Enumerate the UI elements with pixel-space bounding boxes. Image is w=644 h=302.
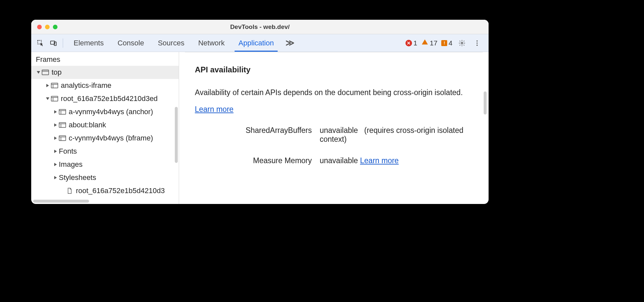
desc-text: Availability of certain APIs depends on … <box>195 88 463 97</box>
tree-row[interactable]: a-vynmy4vb4wys (anchor) <box>31 105 179 118</box>
api-availability-table: SharedArrayBuffersunavailable (requires … <box>195 126 473 165</box>
tab-sources[interactable]: Sources <box>152 34 190 52</box>
error-icon: ✕ <box>405 40 412 46</box>
devtools-window: DevTools - web.dev/ Elements Console Sou… <box>31 20 489 204</box>
window-title: DevTools - web.dev/ <box>31 23 489 31</box>
tree-label: analytics-iframe <box>61 81 111 90</box>
tree-row[interactable]: c-vynmy4vb4wys (bframe) <box>31 132 179 145</box>
zoom-window-button[interactable] <box>53 25 58 29</box>
frame-icon <box>59 109 66 115</box>
tree-row[interactable]: about:blank <box>31 118 179 132</box>
frames-tree[interactable]: topanalytics-iframeroot_616a752e1b5d4210… <box>31 66 179 204</box>
disclosure-triangle-icon[interactable] <box>54 137 57 140</box>
errors-count: 1 <box>413 39 417 47</box>
warnings-count: 17 <box>430 39 437 47</box>
disclosure-triangle-icon[interactable] <box>54 176 57 179</box>
sidebar-heading: Frames <box>31 52 179 66</box>
tree-row[interactable]: Fonts <box>31 145 179 158</box>
issue-icon: ! <box>441 40 447 46</box>
learn-more-link[interactable]: Learn more <box>360 156 399 165</box>
disclosure-triangle-icon[interactable] <box>54 123 57 127</box>
frame-icon <box>59 135 66 141</box>
svg-rect-7 <box>42 70 49 75</box>
inspect-element-icon[interactable] <box>34 37 46 49</box>
tree-label: root_616a752e1b5d4210d3 <box>76 187 165 195</box>
warning-icon <box>421 38 428 47</box>
api-name: Measure Memory <box>195 156 320 165</box>
frame-icon <box>51 83 58 88</box>
tree-row[interactable]: root_616a752e1b5d4210d3ed <box>31 92 179 105</box>
tab-application[interactable]: Application <box>233 34 280 52</box>
main-pane: API availability Availability of certain… <box>179 52 489 204</box>
issues-counter[interactable]: ! 4 <box>441 39 452 47</box>
more-tabs-button[interactable]: ≫ <box>281 38 299 48</box>
tree-label: Images <box>59 160 82 169</box>
tree-row[interactable]: analytics-iframe <box>31 79 179 92</box>
sidebar-vertical-scrollbar[interactable] <box>175 107 178 163</box>
disclosure-triangle-icon[interactable] <box>54 163 57 166</box>
sidebar-horizontal-scrollbar[interactable] <box>33 200 89 203</box>
tree-label: Fonts <box>59 147 77 156</box>
panel-tabs: Elements Console Sources Network Applica… <box>68 34 280 52</box>
svg-rect-12 <box>51 96 58 101</box>
settings-button[interactable] <box>456 38 468 49</box>
api-status: unavailable <box>320 126 358 135</box>
svg-point-6 <box>476 44 478 46</box>
disclosure-triangle-icon[interactable] <box>54 110 57 113</box>
disclosure-triangle-icon[interactable] <box>54 150 57 153</box>
disclosure-triangle-icon[interactable] <box>46 84 49 87</box>
issues-count: 4 <box>448 39 452 47</box>
svg-rect-18 <box>59 123 66 128</box>
svg-rect-21 <box>59 136 66 141</box>
frame-icon <box>51 96 58 102</box>
svg-point-5 <box>476 42 478 44</box>
errors-counter[interactable]: ✕ 1 <box>405 39 417 47</box>
tree-row[interactable]: Images <box>31 158 179 171</box>
sidebar: Frames topanalytics-iframeroot_616a752e1… <box>31 52 179 204</box>
svg-point-4 <box>476 40 478 41</box>
section-description: Availability of certain APIs depends on … <box>195 84 473 117</box>
separator <box>63 38 63 48</box>
devtools-tabbar: Elements Console Sources Network Applica… <box>31 34 489 52</box>
kebab-menu-button[interactable] <box>472 38 483 49</box>
tab-elements[interactable]: Elements <box>68 34 110 52</box>
svg-rect-15 <box>59 110 66 114</box>
window-controls <box>37 25 58 29</box>
tree-row[interactable]: Stylesheets <box>31 171 179 184</box>
learn-more-link[interactable]: Learn more <box>195 105 234 113</box>
tree-row[interactable]: root_616a752e1b5d4210d3 <box>31 184 179 197</box>
tree-label: Stylesheets <box>59 173 96 182</box>
tree-label: root_616a752e1b5d4210d3ed <box>61 94 158 103</box>
api-name: SharedArrayBuffers <box>195 126 320 144</box>
toolbar-right: ✕ 1 17 ! 4 <box>405 38 485 49</box>
tree-label: c-vynmy4vb4wys (bframe) <box>69 134 153 142</box>
disclosure-triangle-icon[interactable] <box>46 97 49 100</box>
divider <box>185 52 483 52</box>
minimize-window-button[interactable] <box>45 25 50 29</box>
frame-icon <box>59 122 66 128</box>
doc-icon <box>66 188 73 194</box>
api-value-cell: unavailable Learn more <box>320 156 473 165</box>
tree-label: top <box>52 68 62 77</box>
section-heading: API availability <box>195 65 473 74</box>
panel-body: Frames topanalytics-iframeroot_616a752e1… <box>31 52 489 204</box>
tree-row[interactable]: top <box>31 66 179 79</box>
close-window-button[interactable] <box>37 25 42 29</box>
device-toolbar-icon[interactable] <box>48 37 59 49</box>
main-vertical-scrollbar[interactable] <box>484 91 487 114</box>
tree-label: a-vynmy4vb4wys (anchor) <box>69 108 153 116</box>
tab-network[interactable]: Network <box>192 34 231 52</box>
api-value-cell: unavailable (requires cross-origin isola… <box>320 126 473 144</box>
svg-rect-9 <box>51 83 58 88</box>
tab-console[interactable]: Console <box>112 34 150 52</box>
api-status: unavailable <box>320 156 358 165</box>
disclosure-triangle-icon[interactable] <box>37 71 40 74</box>
titlebar: DevTools - web.dev/ <box>31 20 489 34</box>
svg-point-3 <box>461 42 463 44</box>
tree-label: about:blank <box>69 121 106 129</box>
window-icon <box>42 69 49 75</box>
warnings-counter[interactable]: 17 <box>421 38 437 47</box>
